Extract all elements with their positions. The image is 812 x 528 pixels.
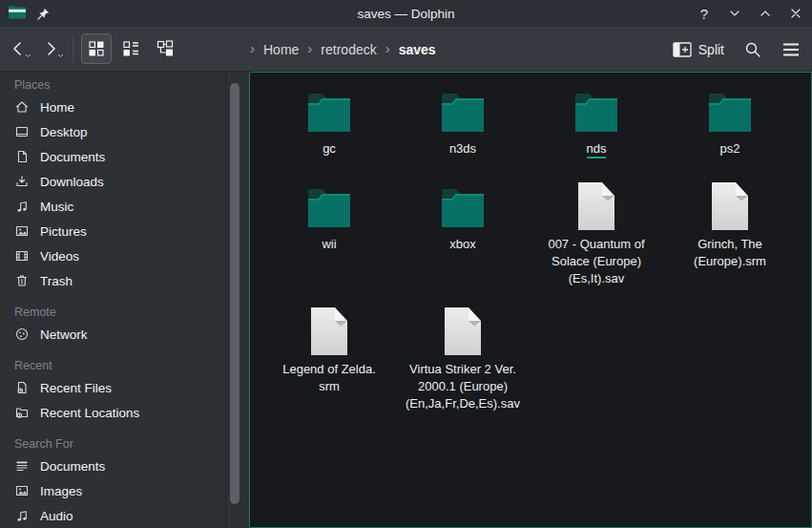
sidebar-item-label: Home	[40, 100, 74, 115]
folder-item-wii[interactable]: wii	[262, 178, 396, 287]
sidebar-item-label: Desktop	[40, 125, 88, 139]
breadcrumb-home[interactable]: Home	[263, 42, 299, 57]
window-title: saves — Dolphin	[0, 7, 812, 21]
back-history-caret[interactable]	[25, 45, 31, 62]
documents-icon	[14, 149, 30, 164]
item-label: ps2	[720, 140, 740, 158]
search-audio-icon	[14, 508, 30, 523]
downloads-icon	[14, 174, 30, 189]
folder-item-xbox[interactable]: xbox	[396, 178, 530, 287]
titlebar: saves — Dolphin ?	[0, 0, 812, 27]
breadcrumb-chevron-icon: ›	[307, 41, 312, 55]
item-label: srm	[282, 378, 376, 395]
folder-icon	[305, 178, 353, 231]
toolbar: › Home › retrodeck › saves Split	[0, 27, 812, 72]
sidebar-item-recent-files[interactable]: Recent Files	[0, 375, 249, 400]
icons-view-button[interactable]	[81, 33, 112, 64]
sidebar-item-search-images[interactable]: Images	[0, 478, 249, 503]
section-title: Places	[0, 72, 249, 95]
dolphin-app-icon	[8, 4, 27, 24]
recent-files-icon	[14, 380, 30, 395]
file-icon	[444, 303, 482, 356]
forward-history-caret[interactable]	[57, 45, 64, 62]
sidebar-item-search-audio[interactable]: Audio	[0, 503, 249, 528]
folder-icon	[706, 82, 754, 136]
dolphin-window: saves — Dolphin ?	[0, 0, 812, 528]
file-icon	[577, 178, 615, 231]
item-label: 2000.1 (Europe)	[406, 378, 520, 395]
section-places: Places Home Desktop Documents Downloads …	[0, 72, 249, 293]
details-view-button[interactable]	[150, 33, 180, 64]
split-button[interactable]: Split	[673, 42, 724, 57]
sidebar-item-label: Network	[40, 327, 88, 342]
home-icon	[14, 99, 30, 115]
sidebar-item-label: Recent Locations	[40, 406, 139, 420]
sidebar-item-search-documents[interactable]: Documents	[0, 454, 249, 478]
folder-item-ps2[interactable]: ps2	[663, 82, 797, 158]
breadcrumb-saves[interactable]: saves	[399, 42, 436, 57]
file-icon	[711, 178, 749, 231]
search-documents-icon	[14, 458, 30, 474]
folder-view[interactable]: gc n3ds nds ps2	[249, 72, 812, 528]
sidebar-item-music[interactable]: Music	[0, 194, 249, 219]
minimize-button[interactable]	[724, 3, 745, 24]
breadcrumb-chevron-icon: ›	[250, 41, 255, 55]
sidebar-item-label: Images	[40, 484, 82, 498]
sidebar-item-pictures[interactable]: Pictures	[0, 219, 249, 243]
section-remote: Remote Network	[0, 293, 249, 347]
item-label: xbox	[449, 236, 475, 253]
back-button[interactable]	[4, 33, 32, 64]
file-item-grinch-the[interactable]: Grinch, The (Europe).srm	[663, 178, 797, 287]
sidebar-item-label: Documents	[40, 459, 105, 474]
folder-item-nds[interactable]: nds	[530, 82, 663, 158]
sidebar-item-desktop[interactable]: Desktop	[0, 119, 249, 144]
pictures-icon	[14, 223, 30, 239]
close-button[interactable]	[785, 3, 806, 24]
folder-item-gc[interactable]: gc	[262, 82, 396, 158]
music-icon	[14, 199, 30, 214]
search-images-icon	[14, 483, 30, 498]
sidebar-item-label: Downloads	[40, 175, 104, 189]
item-label: gc	[323, 140, 336, 158]
forward-button[interactable]	[36, 33, 65, 64]
item-label: n3ds	[449, 140, 476, 158]
search-button[interactable]	[743, 40, 762, 59]
sidebar-item-label: Music	[40, 200, 73, 214]
sidebar-item-label: Recent Files	[40, 381, 112, 395]
maximize-button[interactable]	[755, 3, 776, 24]
item-label: nds	[587, 141, 607, 158]
recent-locations-icon	[14, 405, 30, 420]
breadcrumb-retrodeck[interactable]: retrodeck	[321, 42, 376, 57]
desktop-icon	[14, 124, 30, 139]
compact-view-button[interactable]	[115, 33, 146, 64]
section-search-for: Search For Documents Images Audio	[0, 425, 249, 528]
sidebar-item-recent-locations[interactable]: Recent Locations	[0, 400, 249, 425]
pushpin-icon[interactable]	[36, 7, 51, 21]
item-label: Solace (Europe)	[548, 253, 644, 270]
sidebar-item-trash[interactable]: Trash	[0, 268, 249, 293]
sidebar-item-downloads[interactable]: Downloads	[0, 169, 249, 194]
hamburger-icon	[781, 42, 801, 57]
item-label: Legend of Zelda.	[282, 361, 376, 378]
sidebar-item-home[interactable]: Home	[0, 95, 249, 119]
help-button[interactable]: ?	[694, 3, 715, 24]
file-item-legend-of-zelda[interactable]: Legend of Zelda. srm	[262, 303, 396, 412]
item-label: (Es,It).sav	[548, 270, 644, 287]
panel-separator	[225, 72, 226, 528]
menu-button[interactable]	[781, 42, 801, 57]
places-panel: Places Home Desktop Documents Downloads …	[0, 72, 249, 528]
file-item-virtua-striker-2[interactable]: Virtua Striker 2 Ver. 2000.1 (Europe) (E…	[396, 303, 530, 412]
section-title: Remote	[0, 293, 249, 322]
section-recent: Recent Recent Files Recent Locations	[0, 347, 249, 425]
sidebar-item-videos[interactable]: Videos	[0, 243, 249, 268]
breadcrumb: › Home › retrodeck › saves	[250, 27, 436, 72]
folder-icon	[439, 82, 487, 136]
sidebar-item-documents[interactable]: Documents	[0, 144, 249, 169]
file-item-007-quantum-of-solace[interactable]: 007 - Quantum of Solace (Europe) (Es,It)…	[530, 178, 663, 287]
sidebar-item-label: Pictures	[40, 224, 87, 239]
sidebar-item-network[interactable]: Network	[0, 322, 249, 347]
folder-item-n3ds[interactable]: n3ds	[396, 82, 530, 158]
file-icon	[310, 303, 348, 356]
sidebar-scrollbar[interactable]	[230, 83, 239, 504]
trash-icon	[14, 273, 30, 288]
